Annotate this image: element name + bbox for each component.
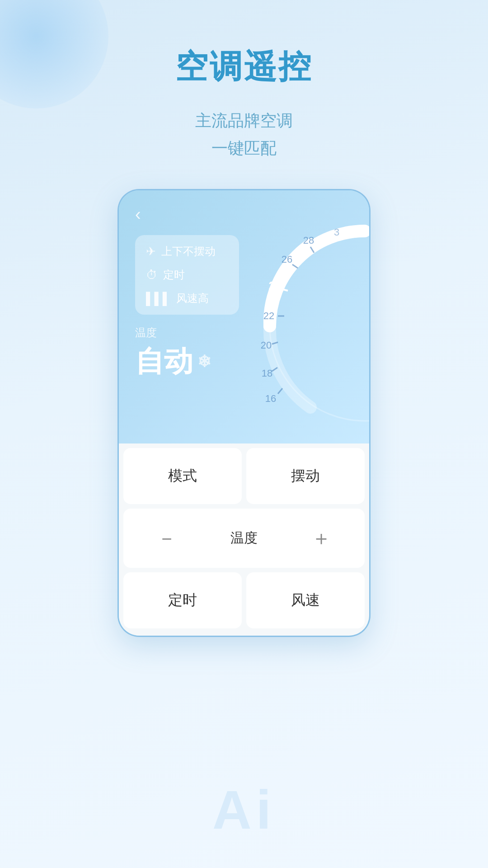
control-item-timer[interactable]: ⏱ 定时 — [146, 268, 228, 282]
ai-badge: Ai — [212, 778, 276, 841]
svg-text:16: 16 — [265, 393, 276, 404]
phone-bottom-section: 模式 摆动 － 温度 ＋ 定时 风速 — [119, 443, 369, 636]
phone-mockup: ‹ ✈ 上下不摆动 ⏱ 定时 ▌▌▌ 风速高 — [117, 189, 371, 637]
svg-text:24: 24 — [269, 279, 282, 292]
temperature-control-row: － 温度 ＋ — [123, 509, 365, 568]
svg-text:18: 18 — [262, 368, 272, 379]
control-item-fanspeed[interactable]: ▌▌▌ 风速高 — [146, 291, 228, 306]
swing-label: 上下不摆动 — [161, 244, 216, 259]
svg-line-1 — [278, 388, 282, 394]
timer-icon: ⏱ — [146, 268, 158, 282]
dial-container: 16 18 20 22 24 — [247, 217, 371, 425]
control-panel: ✈ 上下不摆动 ⏱ 定时 ▌▌▌ 风速高 — [135, 235, 239, 315]
subtitle-line2: 一键匹配 — [211, 139, 277, 157]
fanspeed-button[interactable]: 风速 — [246, 572, 365, 628]
swing-icon: ✈ — [146, 245, 156, 259]
svg-text:20: 20 — [261, 340, 272, 351]
svg-text:3: 3 — [334, 226, 339, 238]
swing-button[interactable]: 摆动 — [246, 448, 365, 504]
temp-number: 自动 — [135, 342, 193, 381]
fanspeed-icon: ▌▌▌ — [146, 292, 171, 306]
mode-button[interactable]: 模式 — [123, 448, 242, 504]
phone-top-section: ‹ ✈ 上下不摆动 ⏱ 定时 ▌▌▌ 风速高 — [119, 190, 369, 443]
snowflake-icon: ❄ — [197, 352, 211, 371]
temp-minus-button[interactable]: － — [123, 509, 210, 568]
temp-label: 温度 — [135, 326, 353, 340]
temp-center-label: 温度 — [210, 529, 278, 547]
temp-plus-button[interactable]: ＋ — [278, 509, 365, 568]
svg-text:26: 26 — [282, 254, 292, 265]
temperature-dial[interactable]: 16 18 20 22 24 — [247, 217, 371, 425]
svg-text:22: 22 — [263, 310, 274, 321]
svg-text:28: 28 — [303, 235, 314, 246]
page-subtitle: 主流品牌空调 一键匹配 — [195, 107, 293, 162]
control-item-swing[interactable]: ✈ 上下不摆动 — [146, 244, 228, 259]
timer-fanspeed-row: 定时 风速 — [119, 568, 369, 636]
page-title: 空调遥控 — [175, 45, 313, 89]
mode-swing-row: 模式 摆动 — [119, 443, 369, 504]
back-button[interactable]: ‹ — [135, 205, 141, 224]
fanspeed-label: 风速高 — [176, 291, 209, 306]
controls-row: ✈ 上下不摆动 ⏱ 定时 ▌▌▌ 风速高 — [135, 235, 353, 315]
timer-label: 定时 — [163, 268, 185, 282]
page-wrapper: 空调遥控 主流品牌空调 一键匹配 ‹ ✈ 上下不摆动 ⏱ 定时 — [0, 0, 488, 868]
subtitle-line1: 主流品牌空调 — [195, 111, 293, 130]
timer-button[interactable]: 定时 — [123, 572, 242, 628]
